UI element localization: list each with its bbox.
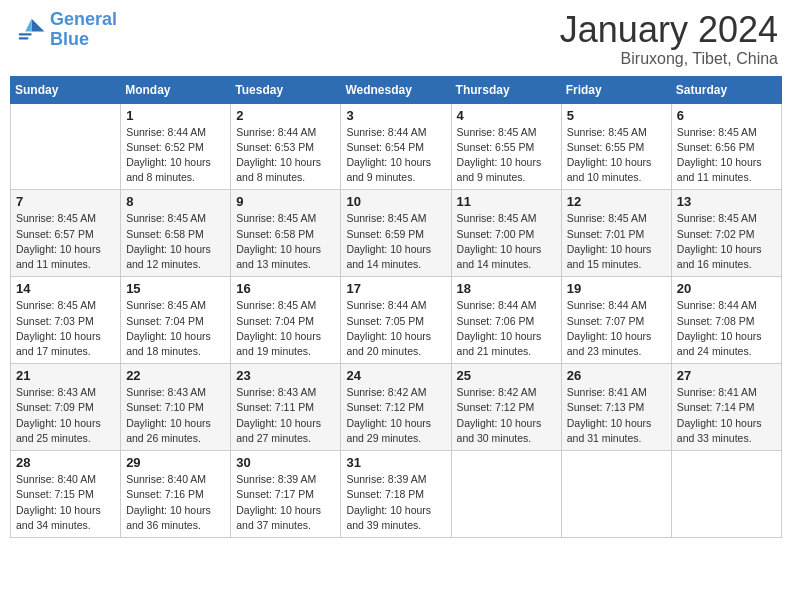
day-detail: Sunrise: 8:44 AMSunset: 7:07 PMDaylight:… bbox=[567, 298, 666, 359]
day-detail: Sunrise: 8:45 AMSunset: 6:55 PMDaylight:… bbox=[457, 125, 556, 186]
day-number: 11 bbox=[457, 194, 556, 209]
header-monday: Monday bbox=[121, 76, 231, 103]
header-tuesday: Tuesday bbox=[231, 76, 341, 103]
calendar-header: SundayMondayTuesdayWednesdayThursdayFrid… bbox=[11, 76, 782, 103]
week-row-1: 7Sunrise: 8:45 AMSunset: 6:57 PMDaylight… bbox=[11, 190, 782, 277]
day-detail: Sunrise: 8:41 AMSunset: 7:13 PMDaylight:… bbox=[567, 385, 666, 446]
day-number: 28 bbox=[16, 455, 115, 470]
week-row-3: 21Sunrise: 8:43 AMSunset: 7:09 PMDayligh… bbox=[11, 364, 782, 451]
day-number: 3 bbox=[346, 108, 445, 123]
logo-icon bbox=[14, 14, 46, 46]
calendar-table: SundayMondayTuesdayWednesdayThursdayFrid… bbox=[10, 76, 782, 538]
day-number: 15 bbox=[126, 281, 225, 296]
logo-text: General Blue bbox=[50, 10, 117, 50]
day-number: 4 bbox=[457, 108, 556, 123]
title-block: January 2024 Biruxong, Tibet, China bbox=[560, 10, 778, 68]
header-wednesday: Wednesday bbox=[341, 76, 451, 103]
day-cell: 19Sunrise: 8:44 AMSunset: 7:07 PMDayligh… bbox=[561, 277, 671, 364]
day-detail: Sunrise: 8:45 AMSunset: 7:02 PMDaylight:… bbox=[677, 211, 776, 272]
logo: General Blue bbox=[14, 10, 117, 50]
day-detail: Sunrise: 8:45 AMSunset: 6:55 PMDaylight:… bbox=[567, 125, 666, 186]
day-cell bbox=[11, 103, 121, 190]
day-cell: 3Sunrise: 8:44 AMSunset: 6:54 PMDaylight… bbox=[341, 103, 451, 190]
day-detail: Sunrise: 8:44 AMSunset: 7:08 PMDaylight:… bbox=[677, 298, 776, 359]
day-number: 22 bbox=[126, 368, 225, 383]
day-cell: 11Sunrise: 8:45 AMSunset: 7:00 PMDayligh… bbox=[451, 190, 561, 277]
day-detail: Sunrise: 8:42 AMSunset: 7:12 PMDaylight:… bbox=[457, 385, 556, 446]
day-cell: 4Sunrise: 8:45 AMSunset: 6:55 PMDaylight… bbox=[451, 103, 561, 190]
day-number: 20 bbox=[677, 281, 776, 296]
day-detail: Sunrise: 8:43 AMSunset: 7:11 PMDaylight:… bbox=[236, 385, 335, 446]
day-cell bbox=[451, 451, 561, 538]
day-cell: 20Sunrise: 8:44 AMSunset: 7:08 PMDayligh… bbox=[671, 277, 781, 364]
header-saturday: Saturday bbox=[671, 76, 781, 103]
day-detail: Sunrise: 8:39 AMSunset: 7:18 PMDaylight:… bbox=[346, 472, 445, 533]
day-cell: 27Sunrise: 8:41 AMSunset: 7:14 PMDayligh… bbox=[671, 364, 781, 451]
day-number: 25 bbox=[457, 368, 556, 383]
header-sunday: Sunday bbox=[11, 76, 121, 103]
day-detail: Sunrise: 8:43 AMSunset: 7:10 PMDaylight:… bbox=[126, 385, 225, 446]
day-number: 27 bbox=[677, 368, 776, 383]
day-cell: 18Sunrise: 8:44 AMSunset: 7:06 PMDayligh… bbox=[451, 277, 561, 364]
day-cell: 28Sunrise: 8:40 AMSunset: 7:15 PMDayligh… bbox=[11, 451, 121, 538]
day-cell: 8Sunrise: 8:45 AMSunset: 6:58 PMDaylight… bbox=[121, 190, 231, 277]
day-cell: 16Sunrise: 8:45 AMSunset: 7:04 PMDayligh… bbox=[231, 277, 341, 364]
day-number: 9 bbox=[236, 194, 335, 209]
svg-rect-3 bbox=[19, 37, 29, 39]
day-cell: 7Sunrise: 8:45 AMSunset: 6:57 PMDaylight… bbox=[11, 190, 121, 277]
day-number: 31 bbox=[346, 455, 445, 470]
day-cell bbox=[561, 451, 671, 538]
day-number: 16 bbox=[236, 281, 335, 296]
day-cell: 10Sunrise: 8:45 AMSunset: 6:59 PMDayligh… bbox=[341, 190, 451, 277]
day-number: 30 bbox=[236, 455, 335, 470]
day-detail: Sunrise: 8:45 AMSunset: 6:59 PMDaylight:… bbox=[346, 211, 445, 272]
day-number: 14 bbox=[16, 281, 115, 296]
day-cell: 22Sunrise: 8:43 AMSunset: 7:10 PMDayligh… bbox=[121, 364, 231, 451]
day-detail: Sunrise: 8:43 AMSunset: 7:09 PMDaylight:… bbox=[16, 385, 115, 446]
day-number: 8 bbox=[126, 194, 225, 209]
day-number: 21 bbox=[16, 368, 115, 383]
header-friday: Friday bbox=[561, 76, 671, 103]
day-cell: 13Sunrise: 8:45 AMSunset: 7:02 PMDayligh… bbox=[671, 190, 781, 277]
day-number: 13 bbox=[677, 194, 776, 209]
day-cell: 9Sunrise: 8:45 AMSunset: 6:58 PMDaylight… bbox=[231, 190, 341, 277]
day-cell: 12Sunrise: 8:45 AMSunset: 7:01 PMDayligh… bbox=[561, 190, 671, 277]
day-detail: Sunrise: 8:45 AMSunset: 7:01 PMDaylight:… bbox=[567, 211, 666, 272]
header-thursday: Thursday bbox=[451, 76, 561, 103]
day-cell: 25Sunrise: 8:42 AMSunset: 7:12 PMDayligh… bbox=[451, 364, 561, 451]
day-detail: Sunrise: 8:45 AMSunset: 7:03 PMDaylight:… bbox=[16, 298, 115, 359]
day-number: 2 bbox=[236, 108, 335, 123]
day-cell: 17Sunrise: 8:44 AMSunset: 7:05 PMDayligh… bbox=[341, 277, 451, 364]
day-number: 18 bbox=[457, 281, 556, 296]
day-detail: Sunrise: 8:45 AMSunset: 7:04 PMDaylight:… bbox=[126, 298, 225, 359]
day-number: 19 bbox=[567, 281, 666, 296]
day-cell: 21Sunrise: 8:43 AMSunset: 7:09 PMDayligh… bbox=[11, 364, 121, 451]
day-number: 10 bbox=[346, 194, 445, 209]
day-number: 5 bbox=[567, 108, 666, 123]
day-detail: Sunrise: 8:45 AMSunset: 6:58 PMDaylight:… bbox=[126, 211, 225, 272]
week-row-4: 28Sunrise: 8:40 AMSunset: 7:15 PMDayligh… bbox=[11, 451, 782, 538]
day-detail: Sunrise: 8:41 AMSunset: 7:14 PMDaylight:… bbox=[677, 385, 776, 446]
day-detail: Sunrise: 8:40 AMSunset: 7:16 PMDaylight:… bbox=[126, 472, 225, 533]
day-cell: 23Sunrise: 8:43 AMSunset: 7:11 PMDayligh… bbox=[231, 364, 341, 451]
day-detail: Sunrise: 8:44 AMSunset: 6:53 PMDaylight:… bbox=[236, 125, 335, 186]
day-detail: Sunrise: 8:44 AMSunset: 6:54 PMDaylight:… bbox=[346, 125, 445, 186]
week-row-0: 1Sunrise: 8:44 AMSunset: 6:52 PMDaylight… bbox=[11, 103, 782, 190]
day-number: 17 bbox=[346, 281, 445, 296]
day-cell: 5Sunrise: 8:45 AMSunset: 6:55 PMDaylight… bbox=[561, 103, 671, 190]
calendar-body: 1Sunrise: 8:44 AMSunset: 6:52 PMDaylight… bbox=[11, 103, 782, 537]
day-detail: Sunrise: 8:40 AMSunset: 7:15 PMDaylight:… bbox=[16, 472, 115, 533]
day-cell: 24Sunrise: 8:42 AMSunset: 7:12 PMDayligh… bbox=[341, 364, 451, 451]
day-detail: Sunrise: 8:45 AMSunset: 7:04 PMDaylight:… bbox=[236, 298, 335, 359]
day-number: 12 bbox=[567, 194, 666, 209]
day-detail: Sunrise: 8:45 AMSunset: 6:57 PMDaylight:… bbox=[16, 211, 115, 272]
day-detail: Sunrise: 8:44 AMSunset: 7:06 PMDaylight:… bbox=[457, 298, 556, 359]
day-cell: 30Sunrise: 8:39 AMSunset: 7:17 PMDayligh… bbox=[231, 451, 341, 538]
svg-marker-1 bbox=[25, 19, 31, 32]
day-detail: Sunrise: 8:44 AMSunset: 6:52 PMDaylight:… bbox=[126, 125, 225, 186]
week-row-2: 14Sunrise: 8:45 AMSunset: 7:03 PMDayligh… bbox=[11, 277, 782, 364]
svg-marker-0 bbox=[32, 19, 45, 32]
day-cell: 1Sunrise: 8:44 AMSunset: 6:52 PMDaylight… bbox=[121, 103, 231, 190]
day-cell: 2Sunrise: 8:44 AMSunset: 6:53 PMDaylight… bbox=[231, 103, 341, 190]
day-number: 1 bbox=[126, 108, 225, 123]
